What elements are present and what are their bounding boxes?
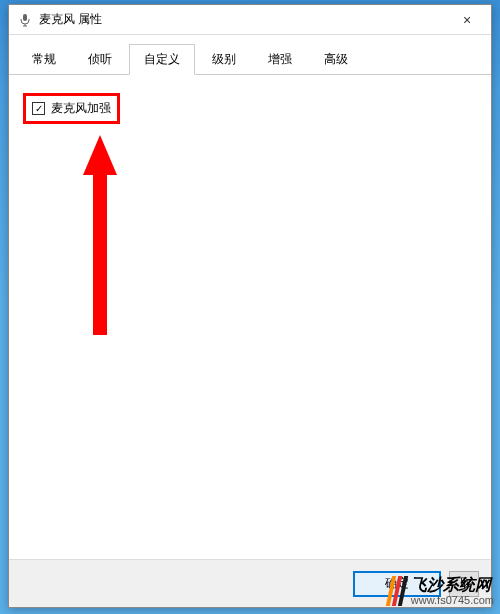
tab-listen[interactable]: 侦听: [73, 44, 127, 75]
tab-content: ✓ 麦克风加强: [9, 75, 491, 559]
svg-rect-0: [23, 14, 27, 21]
svg-marker-3: [83, 135, 117, 335]
tab-enhancements[interactable]: 增强: [253, 44, 307, 75]
annotation-arrow-icon: [83, 135, 117, 335]
tab-levels[interactable]: 级别: [197, 44, 251, 75]
watermark-url: www.fs0745.com: [411, 594, 494, 606]
titlebar: 麦克风 属性 ×: [9, 5, 491, 35]
tab-custom[interactable]: 自定义: [129, 44, 195, 75]
mic-boost-row: ✓ 麦克风加强: [23, 93, 120, 124]
watermark-text: 飞沙系统网 www.fs0745.com: [411, 576, 494, 606]
tab-bar: 常规 侦听 自定义 级别 增强 高级: [9, 35, 491, 75]
microphone-icon: [17, 12, 33, 28]
watermark: 飞沙系统网 www.fs0745.com: [385, 574, 498, 608]
watermark-title: 飞沙系统网: [411, 576, 494, 594]
mic-boost-label: 麦克风加强: [51, 100, 111, 117]
close-button[interactable]: ×: [445, 6, 489, 34]
window-title: 麦克风 属性: [39, 11, 445, 28]
watermark-logo-icon: [389, 576, 405, 606]
tab-general[interactable]: 常规: [17, 44, 71, 75]
tab-advanced[interactable]: 高级: [309, 44, 363, 75]
properties-dialog: 麦克风 属性 × 常规 侦听 自定义 级别 增强 高级 ✓ 麦克风加强 确定 取: [8, 4, 492, 608]
mic-boost-checkbox[interactable]: ✓: [32, 102, 45, 115]
